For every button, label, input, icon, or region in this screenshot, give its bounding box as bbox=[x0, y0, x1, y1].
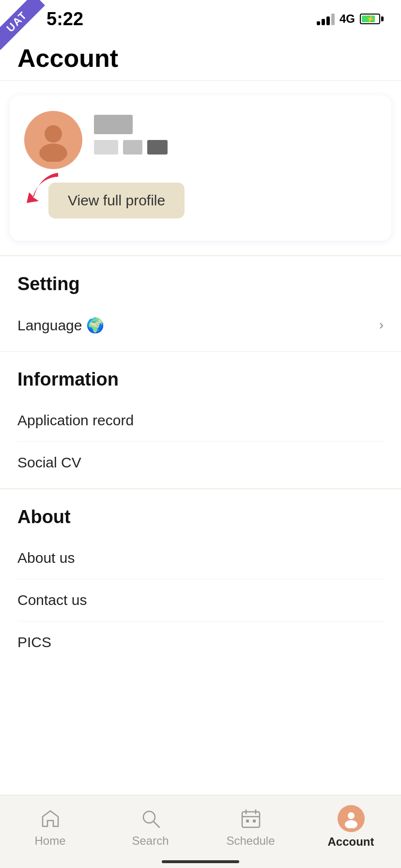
home-nav-label: Home bbox=[34, 834, 65, 848]
svg-rect-4 bbox=[242, 812, 260, 827]
nav-search[interactable]: Search bbox=[100, 806, 200, 848]
status-bar: 5:22 4G ⚡ bbox=[0, 0, 401, 34]
language-label: Language 🌍 bbox=[17, 317, 104, 334]
blur-block-1 bbox=[94, 115, 133, 134]
signal-icon bbox=[317, 13, 335, 25]
schedule-nav-label: Schedule bbox=[226, 834, 275, 848]
svg-point-0 bbox=[45, 125, 62, 142]
profile-card: View full profile bbox=[10, 95, 391, 241]
about-section: About About us Contact us PICS bbox=[0, 489, 401, 668]
uat-banner: UAT bbox=[0, 0, 58, 58]
page-title: Account bbox=[17, 44, 384, 73]
chevron-right-icon: › bbox=[379, 317, 384, 333]
contact-us-item[interactable]: Contact us bbox=[17, 579, 384, 621]
about-us-label: About us bbox=[17, 550, 75, 566]
pics-label: PICS bbox=[17, 634, 51, 650]
blur-block-3 bbox=[123, 140, 142, 155]
home-indicator bbox=[162, 860, 239, 863]
blur-block-2 bbox=[94, 140, 118, 155]
avatar bbox=[24, 111, 82, 169]
arrow-container: View full profile bbox=[34, 183, 377, 218]
account-nav-label: Account bbox=[328, 835, 374, 849]
information-title: Information bbox=[17, 369, 384, 390]
home-icon bbox=[38, 806, 63, 831]
schedule-icon bbox=[238, 806, 263, 831]
application-record-label: Application record bbox=[17, 412, 134, 428]
social-cv-label: Social CV bbox=[17, 454, 81, 470]
status-icons: 4G ⚡ bbox=[317, 12, 384, 26]
nav-schedule[interactable]: Schedule bbox=[200, 806, 301, 848]
application-record-item[interactable]: Application record bbox=[17, 400, 384, 442]
search-nav-label: Search bbox=[132, 834, 169, 848]
page-header: Account bbox=[0, 34, 401, 81]
setting-title: Setting bbox=[17, 274, 384, 294]
svg-line-3 bbox=[154, 822, 159, 827]
avatar-person-icon bbox=[31, 118, 75, 162]
profile-detail-blur bbox=[94, 140, 168, 155]
nav-account[interactable]: Account bbox=[301, 805, 401, 849]
svg-point-11 bbox=[345, 820, 357, 828]
search-icon bbox=[138, 806, 163, 831]
svg-point-10 bbox=[348, 812, 355, 819]
pics-item[interactable]: PICS bbox=[17, 621, 384, 663]
account-icon bbox=[338, 805, 365, 832]
view-full-profile-button[interactable]: View full profile bbox=[48, 183, 185, 218]
profile-top bbox=[24, 111, 377, 169]
setting-section: Setting Language 🌍 › bbox=[0, 256, 401, 351]
network-label: 4G bbox=[339, 12, 355, 26]
language-menu-item[interactable]: Language 🌍 › bbox=[17, 304, 384, 346]
contact-us-label: Contact us bbox=[17, 592, 87, 608]
profile-name-blur bbox=[94, 115, 168, 134]
about-us-item[interactable]: About us bbox=[17, 537, 384, 579]
svg-rect-9 bbox=[253, 820, 256, 822]
nav-home[interactable]: Home bbox=[0, 806, 100, 848]
profile-info bbox=[94, 111, 168, 155]
uat-label: UAT bbox=[0, 0, 45, 50]
social-cv-item[interactable]: Social CV bbox=[17, 442, 384, 483]
battery-icon: ⚡ bbox=[360, 14, 384, 24]
red-arrow-icon bbox=[24, 168, 68, 207]
bottom-nav: Home Search Schedule bbox=[0, 795, 401, 868]
information-section: Information Application record Social CV bbox=[0, 352, 401, 488]
svg-rect-8 bbox=[246, 820, 249, 822]
blur-block-4 bbox=[147, 140, 168, 155]
about-title: About bbox=[17, 507, 384, 527]
svg-point-1 bbox=[39, 143, 67, 162]
